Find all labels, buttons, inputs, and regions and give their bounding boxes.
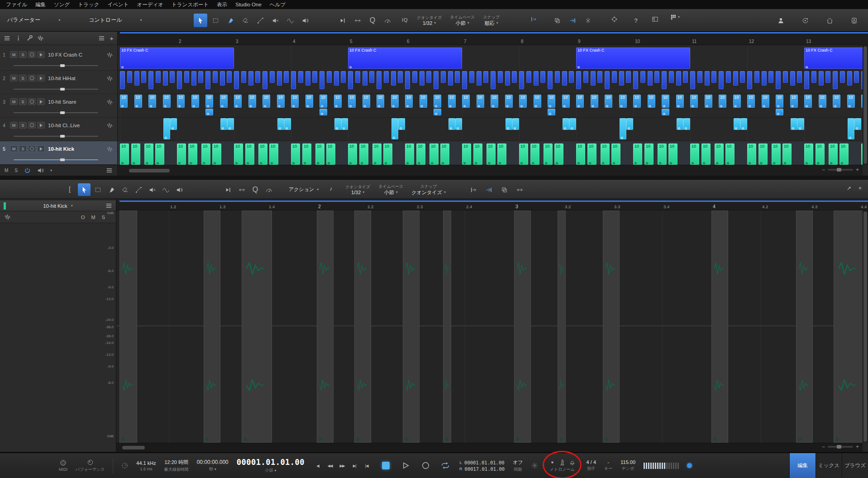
hihat-clip[interactable]: [477, 71, 482, 86]
hihat-clip[interactable]: [127, 71, 132, 83]
mute-button[interactable]: M: [10, 98, 18, 105]
hihat-clip[interactable]: [654, 71, 659, 83]
mute-tool[interactable]: [268, 14, 282, 27]
editor-wave-area[interactable]: 10-hit Kic10-hit Kic10-hit Kic10-hit Kic…: [116, 210, 868, 443]
mute-tool[interactable]: [146, 183, 158, 196]
snare-clip[interactable]: 10: [163, 95, 171, 108]
advance-button[interactable]: [566, 14, 579, 27]
snare-subclip[interactable]: [662, 109, 669, 115]
loop-button[interactable]: [439, 460, 451, 471]
kick-clip[interactable]: 10: [291, 143, 300, 165]
kick-clip[interactable]: 10: [416, 143, 425, 165]
editor-hscrollbar[interactable]: −+: [116, 443, 863, 452]
hihat-clip[interactable]: [498, 71, 503, 83]
vscroll-thumb[interactable]: [863, 46, 867, 164]
hihat-clip[interactable]: [213, 71, 218, 83]
menu-item[interactable]: ファイル: [2, 0, 31, 9]
kick-clip[interactable]: 10: [405, 143, 414, 165]
mute-button[interactable]: M: [10, 51, 18, 58]
editor-audio-clip[interactable]: 10-hit Kic: [317, 210, 334, 443]
editor-audio-clip[interactable]: 10-hit Kic: [603, 210, 620, 443]
mode-button[interactable]: 編集: [789, 453, 816, 478]
arrange-hscrollbar[interactable]: −+: [118, 165, 863, 176]
hihat-clip[interactable]: [804, 71, 809, 89]
arrangement-canvas[interactable]: 2345678910111213 10 FX Crash C10 FX Cras…: [118, 32, 868, 176]
clap-clip[interactable]: [563, 118, 569, 130]
snare-clip[interactable]: 10: [605, 95, 612, 108]
snare-clip[interactable]: 10: [348, 95, 356, 108]
hihat-clip[interactable]: [690, 71, 695, 89]
previous-bar-button[interactable]: ◀: [313, 462, 323, 470]
mode-button[interactable]: ミックス: [816, 453, 842, 478]
hihat-clip[interactable]: [726, 71, 731, 83]
snare-clip[interactable]: 10: [804, 95, 812, 108]
track-volume-slider[interactable]: [14, 89, 98, 90]
master-mute-button[interactable]: M: [5, 168, 8, 173]
hihat-clip[interactable]: [420, 71, 424, 86]
hihat-clip[interactable]: [391, 71, 396, 86]
clap-clip[interactable]: [455, 118, 462, 130]
kick-clip[interactable]: 10: [772, 143, 781, 165]
hihat-clip[interactable]: [662, 71, 667, 89]
tap-tempo-button[interactable]: [381, 14, 394, 27]
snare-clip[interactable]: 10: [434, 95, 441, 108]
hihat-clip[interactable]: [348, 71, 353, 89]
hihat-clip[interactable]: [448, 71, 453, 86]
record-arm-button[interactable]: [28, 51, 36, 58]
snare-clip[interactable]: 10: [633, 95, 641, 108]
editor-vscrollbar[interactable]: [863, 210, 868, 443]
performance-monitor[interactable]: パフォーマンス: [76, 459, 105, 473]
clap-clip[interactable]: [734, 118, 740, 130]
kick-clip[interactable]: 10: [212, 143, 221, 165]
hihat-clip[interactable]: [377, 71, 382, 89]
precount-icon[interactable]: [549, 459, 556, 466]
snare-clip[interactable]: 10: [291, 95, 299, 108]
hihat-clip[interactable]: [405, 71, 410, 89]
clap-clip[interactable]: [683, 118, 690, 130]
kick-clip[interactable]: 10: [258, 143, 267, 165]
close-icon[interactable]: ×: [858, 185, 862, 191]
hihat-clip[interactable]: [334, 71, 339, 86]
mute-button[interactable]: M: [10, 75, 18, 81]
hihat-clip[interactable]: [811, 71, 816, 83]
hihat-clip[interactable]: [248, 71, 253, 86]
zoom-in-button[interactable]: +: [856, 444, 859, 450]
snare-clip[interactable]: 10: [134, 95, 142, 108]
track-row[interactable]: 2MS10-hit HiHat: [0, 71, 117, 94]
hihat-clip[interactable]: [519, 71, 524, 89]
solo-button[interactable]: S: [19, 122, 27, 129]
range-tool[interactable]: [209, 14, 222, 27]
speaker-icon[interactable]: [37, 167, 44, 174]
hscroll-thumb[interactable]: [122, 446, 145, 449]
hihat-clip[interactable]: [277, 71, 282, 86]
kick-clip[interactable]: 10: [245, 143, 254, 165]
clap-clip[interactable]: [163, 118, 170, 139]
kick-clip[interactable]: 10: [644, 143, 653, 165]
record-arm-button[interactable]: [28, 98, 36, 105]
hihat-clip[interactable]: [191, 71, 196, 86]
clap-clip[interactable]: [569, 118, 576, 130]
listicon-icon[interactable]: [106, 167, 113, 174]
hihat-clip[interactable]: [341, 71, 346, 83]
snare-clip[interactable]: 10: [733, 95, 741, 108]
hihat-clip[interactable]: [526, 71, 531, 83]
hihat-clip[interactable]: [355, 71, 360, 83]
clap-clip[interactable]: [626, 118, 633, 130]
eraser-tool[interactable]: [119, 183, 131, 196]
clap-clip[interactable]: [277, 118, 284, 130]
hihat-clip[interactable]: [426, 71, 431, 83]
paint-tool[interactable]: [224, 14, 237, 27]
kick-clip[interactable]: 10: [359, 143, 368, 165]
clap-clip[interactable]: [334, 118, 341, 130]
clap-clip[interactable]: [797, 118, 804, 130]
monitor-button[interactable]: [37, 75, 45, 81]
hihat-clip[interactable]: [576, 71, 581, 89]
hihat-clip[interactable]: [163, 71, 168, 86]
hihat-clip[interactable]: [719, 71, 724, 89]
snare-clip[interactable]: 10: [562, 95, 570, 108]
return-to-start-button[interactable]: |◀: [362, 462, 372, 470]
kick-clip[interactable]: 10: [658, 143, 667, 165]
hihat-clip[interactable]: [797, 71, 802, 83]
fast-forward-button[interactable]: ▶▶: [337, 462, 347, 470]
kick-clip[interactable]: 10: [201, 143, 210, 165]
